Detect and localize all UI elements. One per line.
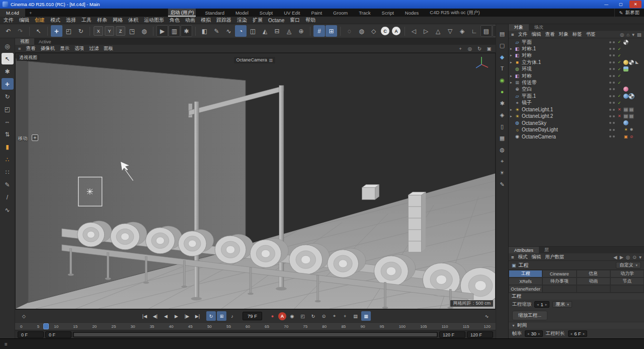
render-visibility-dot[interactable]	[613, 122, 615, 124]
menu-运动图形[interactable]: 运动图形	[144, 17, 164, 24]
film-tag-icon[interactable]: ▤	[629, 114, 634, 119]
visibility-dots[interactable]	[609, 115, 615, 117]
editor-visibility-dot[interactable]	[609, 41, 611, 43]
search-icon[interactable]: ◎	[620, 32, 624, 37]
light-panel-icon[interactable]: ☀	[497, 168, 507, 178]
menu-工具[interactable]: 工具	[82, 17, 92, 24]
ball-icon[interactable]: ●	[497, 87, 507, 97]
enable-toggle[interactable]: ✓	[617, 101, 622, 105]
om-menu-编辑[interactable]: 编辑	[532, 31, 541, 38]
menu-创建[interactable]: 创建	[35, 17, 45, 24]
object-row-OctaneSky[interactable]: ◍OctaneSky	[509, 120, 644, 126]
home-icon[interactable]: ⌂	[626, 32, 629, 37]
new-layout-button[interactable]: ✎ 新界面	[614, 9, 644, 17]
grid-panel-icon[interactable]: ▦	[497, 133, 507, 143]
layout-tab[interactable]: Script	[380, 9, 396, 17]
attr-tab-动画[interactable]: 动画	[577, 277, 610, 285]
stepper-right-icon[interactable]: ▸	[538, 332, 540, 336]
zoom-view-icon[interactable]: ◎	[466, 46, 473, 51]
editor-visibility-dot[interactable]	[609, 82, 611, 84]
plane-toggle-icon[interactable]: ◈	[456, 25, 468, 37]
editor-visibility-dot[interactable]	[609, 102, 611, 104]
editor-visibility-dot[interactable]	[609, 122, 611, 124]
enable-toggle[interactable]: ✓	[617, 74, 622, 78]
visibility-dots[interactable]	[609, 41, 615, 43]
editor-visibility-dot[interactable]	[609, 109, 611, 111]
menu-文件[interactable]: 文件	[4, 17, 14, 24]
expand-arrow-icon[interactable]: ▸	[510, 108, 514, 112]
record-scale-icon[interactable]: ◰	[298, 311, 307, 321]
render-visibility-dot[interactable]	[613, 41, 615, 43]
motion-mode-icon[interactable]: ▦	[361, 311, 371, 321]
vp-menu-面板[interactable]: 面板	[104, 45, 113, 52]
om-menu-查看[interactable]: 查看	[545, 31, 555, 38]
hexagon-icon[interactable]: ◇	[368, 25, 379, 37]
render-view-icon[interactable]: ▶	[156, 25, 168, 37]
tab-takes[interactable]: 场次	[529, 24, 549, 31]
gear-icon[interactable]: ✱	[497, 98, 507, 108]
enable-toggle[interactable]: ✓	[617, 53, 622, 58]
sphere-icon[interactable]: ◌	[344, 25, 355, 37]
enable-toggle[interactable]: ✓	[617, 94, 622, 98]
editor-visibility-dot[interactable]	[609, 48, 611, 50]
attr-tab-节点[interactable]: 节点	[610, 277, 644, 285]
spline-tool-icon[interactable]: ∿	[2, 204, 14, 216]
search-icon[interactable]: ◎	[626, 254, 630, 260]
axis-left-icon[interactable]: ◁	[408, 25, 420, 37]
visibility-dots[interactable]	[609, 122, 615, 124]
layout-tab[interactable]: UV Edit	[282, 9, 302, 17]
render-visibility-dot[interactable]	[613, 95, 615, 97]
render-visibility-dot[interactable]	[613, 88, 615, 90]
render-visibility-dot[interactable]	[613, 68, 615, 70]
modes-gear-icon[interactable]: ✱	[2, 65, 14, 77]
camera-panel-icon[interactable]: ⌖	[497, 156, 507, 166]
visibility-dots[interactable]	[609, 75, 615, 77]
dropdown-icon[interactable]: ▾	[639, 254, 641, 260]
editor-visibility-dot[interactable]	[609, 115, 611, 117]
enable-toggle[interactable]: ✓	[617, 47, 622, 51]
attr-menu-icon[interactable]: ≡	[511, 254, 514, 260]
length-field[interactable]: ◂ 6 F ▸	[568, 330, 588, 337]
edges-mode-icon[interactable]: ∷	[2, 166, 14, 178]
layout-tab[interactable]: Model	[233, 9, 251, 17]
film-tag-icon[interactable]: ▤	[623, 107, 628, 112]
enable-toggle[interactable]: ✕	[617, 114, 622, 118]
editor-visibility-dot[interactable]	[609, 54, 611, 56]
visibility-dots[interactable]	[609, 61, 615, 63]
extrude-icon[interactable]: ◫	[247, 25, 259, 37]
blue-tag-icon[interactable]	[623, 94, 628, 99]
render-visibility-dot[interactable]	[613, 75, 615, 77]
axis-y-icon[interactable]: ⇅	[2, 128, 14, 140]
preview-end-field[interactable]: 120 F	[439, 331, 465, 338]
om-menu-对象[interactable]: 对象	[559, 31, 569, 38]
preset-dropdown[interactable]: 自定义 ▾	[616, 262, 641, 268]
om-menu-标签[interactable]: 标签	[573, 31, 582, 38]
object-row-对称[interactable]: ▸◧对称✓	[509, 73, 644, 79]
scale-field[interactable]: ◂ 1 ▸	[534, 301, 549, 308]
expand-arrow-icon[interactable]: ▸	[510, 114, 514, 118]
redo-icon[interactable]: ↷	[15, 25, 26, 37]
stepper-right-icon[interactable]: ▸	[545, 303, 547, 307]
prev-frame-button[interactable]: ◀	[161, 311, 171, 321]
measure-panel-icon[interactable]: ✎	[497, 179, 507, 189]
record-position-icon[interactable]: ◉	[287, 311, 297, 321]
vp-menu-摄像机[interactable]: 摄像机	[41, 45, 55, 52]
stepper-right-icon[interactable]: ▸	[583, 332, 585, 336]
render-region-icon[interactable]: ▤	[480, 25, 492, 37]
menu-模拟[interactable]: 模拟	[201, 17, 211, 24]
object-row-平面.1[interactable]: ▱平面.1✓	[509, 93, 644, 99]
menu-选择[interactable]: 选择	[66, 17, 76, 24]
timeline-scrubber[interactable]	[43, 323, 49, 329]
orbit-view-icon[interactable]: ↻	[476, 46, 483, 51]
axis-up-icon[interactable]: △	[432, 25, 444, 37]
autokey-icon[interactable]: A	[278, 312, 286, 320]
tab-objects[interactable]: 对象	[509, 24, 529, 31]
timeline-options-icon[interactable]: ▤	[351, 311, 360, 321]
layout-tab[interactable]: C4D R25 with oc (用户)	[428, 9, 481, 17]
visibility-dots[interactable]	[609, 102, 615, 104]
menu-渲染[interactable]: 渲染	[237, 17, 247, 24]
subdivision-surface-icon[interactable]: ◔	[235, 25, 247, 37]
pink-tag-icon[interactable]	[623, 87, 628, 92]
menu-窗口[interactable]: 窗口	[290, 17, 300, 24]
next-frame-button[interactable]: |▶	[182, 311, 192, 321]
